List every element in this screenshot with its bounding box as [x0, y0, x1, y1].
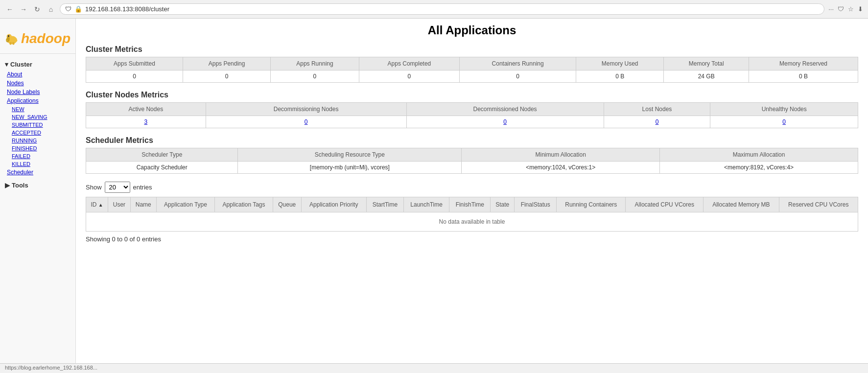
col-decommissioned-nodes: Decommissioned Nodes	[406, 103, 604, 116]
back-button[interactable]: ←	[5, 4, 15, 14]
col-reserved-cpu-vcores[interactable]: Reserved CPU VCores	[779, 197, 858, 212]
col-allocated-memory-mb[interactable]: Allocated Memory MB	[704, 197, 779, 212]
col-scheduling-resource-type: Scheduling Resource Type	[238, 148, 462, 162]
val-apps-completed: 0	[359, 70, 459, 83]
col-start-time[interactable]: StartTime	[366, 197, 403, 212]
download-icon[interactable]: ⬇	[858, 5, 863, 13]
col-apps-pending: Apps Pending	[183, 57, 270, 70]
col-application-tags[interactable]: Application Tags	[215, 197, 273, 212]
svg-point-4	[14, 40, 18, 42]
no-data-text: No data available in table	[86, 212, 858, 232]
val-scheduler-type: Capacity Scheduler	[86, 162, 238, 174]
no-data-row: No data available in table	[86, 212, 858, 232]
bookmark-icon[interactable]: 🛡	[838, 5, 844, 13]
cluster-nodes-metrics-table: Active Nodes Decommissioning Nodes Decom…	[86, 102, 858, 128]
svg-point-6	[12, 42, 15, 45]
star-icon[interactable]: ☆	[848, 5, 854, 13]
tools-label: Tools	[12, 182, 28, 189]
sidebar-item-failed[interactable]: FAILED	[0, 152, 75, 160]
sidebar-item-nodes[interactable]: Nodes	[0, 79, 75, 88]
col-user[interactable]: User	[108, 197, 130, 212]
applications-table-container: Show 10 20 50 100 entries ID ▲ User Name…	[86, 182, 858, 243]
cluster-nodes-metrics-section: Cluster Nodes Metrics Active Nodes Decom…	[86, 91, 858, 128]
col-allocated-cpu-vcores[interactable]: Allocated CPU VCores	[626, 197, 704, 212]
sidebar-tools-section: ▶ Tools	[0, 180, 75, 191]
scheduler-metrics-section: Scheduler Metrics Scheduler Type Schedul…	[86, 136, 858, 174]
col-lost-nodes: Lost Nodes	[604, 103, 710, 116]
sidebar-item-running[interactable]: RUNNING	[0, 137, 75, 144]
sidebar: hadoop ▾ Cluster About Nodes Node Labels…	[0, 19, 76, 373]
val-memory-reserved: 0 B	[749, 70, 858, 83]
val-decommissioned-nodes[interactable]: 0	[406, 116, 604, 128]
status-url: https://blog.earlerhome_192.168.168...	[5, 365, 97, 371]
svg-point-3	[8, 35, 9, 37]
col-unhealthy-nodes: Unhealthy Nodes	[710, 103, 858, 116]
sidebar-item-new-saving[interactable]: NEW_SAVING	[0, 113, 75, 121]
cluster-metrics-title: Cluster Metrics	[86, 45, 858, 54]
cluster-nodes-metrics-title: Cluster Nodes Metrics	[86, 91, 858, 99]
col-queue[interactable]: Queue	[273, 197, 301, 212]
sidebar-item-applications[interactable]: Applications	[0, 96, 75, 105]
val-apps-submitted: 0	[86, 70, 183, 83]
val-unhealthy-nodes[interactable]: 0	[710, 116, 858, 128]
val-scheduling-resource-type: [memory-mb (unit=Mi), vcores]	[238, 162, 462, 174]
val-lost-nodes[interactable]: 0	[604, 116, 710, 128]
reload-button[interactable]: ↻	[32, 4, 42, 14]
entries-select[interactable]: 10 20 50 100	[105, 182, 130, 193]
app-layout: hadoop ▾ Cluster About Nodes Node Labels…	[0, 19, 868, 373]
cluster-metrics-section: Cluster Metrics Apps Submitted Apps Pend…	[86, 45, 858, 83]
more-icon[interactable]: ···	[828, 5, 834, 13]
col-memory-used: Memory Used	[576, 57, 664, 70]
sidebar-item-scheduler[interactable]: Scheduler	[0, 168, 75, 177]
col-memory-reserved: Memory Reserved	[749, 57, 858, 70]
col-memory-total: Memory Total	[664, 57, 749, 70]
svg-point-2	[7, 36, 10, 42]
expand-icon: ▶	[5, 182, 10, 189]
sidebar-item-about[interactable]: About	[0, 70, 75, 79]
col-finish-time[interactable]: FinishTime	[449, 197, 491, 212]
forward-button[interactable]: →	[19, 4, 28, 14]
col-maximum-allocation: Maximum Allocation	[660, 148, 858, 162]
val-containers-running: 0	[460, 70, 576, 83]
val-minimum-allocation: <memory:1024, vCores:1>	[462, 162, 660, 174]
url-text: 192.168.168.133:8088/cluster	[85, 5, 169, 13]
sidebar-item-finished[interactable]: FINISHED	[0, 144, 75, 152]
val-active-nodes[interactable]: 3	[86, 116, 206, 128]
col-decommissioning-nodes: Decommissioning Nodes	[206, 103, 406, 116]
hadoop-elephant-icon	[5, 27, 19, 49]
sidebar-item-new[interactable]: NEW	[0, 105, 75, 113]
browser-chrome: ← → ↻ ⌂ 🛡 🔒 192.168.168.133:8088/cluster…	[0, 0, 868, 19]
col-containers-running: Containers Running	[460, 57, 576, 70]
cluster-section-header[interactable]: ▾ Cluster	[0, 59, 75, 70]
address-bar[interactable]: 🛡 🔒 192.168.168.133:8088/cluster	[60, 3, 824, 15]
col-active-nodes: Active Nodes	[86, 103, 206, 116]
col-launch-time[interactable]: LaunchTime	[404, 197, 449, 212]
col-application-priority[interactable]: Application Priority	[301, 197, 366, 212]
sidebar-item-killed[interactable]: KILLED	[0, 160, 75, 168]
val-apps-running: 0	[271, 70, 359, 83]
page-title: All Applications	[86, 23, 858, 37]
col-id[interactable]: ID ▲	[86, 197, 108, 212]
show-entries-control: Show 10 20 50 100 entries	[86, 182, 858, 193]
sidebar-item-submitted[interactable]: SUBMITTED	[0, 121, 75, 129]
main-content: All Applications Cluster Metrics Apps Su…	[76, 19, 868, 373]
cluster-metrics-table: Apps Submitted Apps Pending Apps Running…	[86, 57, 858, 83]
tools-section-header[interactable]: ▶ Tools	[0, 180, 75, 191]
sidebar-item-accepted[interactable]: ACCEPTED	[0, 129, 75, 137]
scheduler-metrics-title: Scheduler Metrics	[86, 136, 858, 145]
col-state[interactable]: State	[491, 197, 515, 212]
shield-icon: 🛡	[65, 5, 71, 13]
col-running-containers[interactable]: Running Containers	[557, 197, 626, 212]
col-minimum-allocation: Minimum Allocation	[462, 148, 660, 162]
sort-arrow-id: ▲	[98, 202, 103, 208]
home-button[interactable]: ⌂	[46, 4, 56, 14]
sidebar-item-node-labels[interactable]: Node Labels	[0, 88, 75, 96]
val-decommissioning-nodes[interactable]: 0	[206, 116, 406, 128]
col-apps-running: Apps Running	[271, 57, 359, 70]
browser-right-icons: ··· 🛡 ☆ ⬇	[828, 5, 863, 13]
col-application-type[interactable]: Application Type	[156, 197, 214, 212]
col-name[interactable]: Name	[130, 197, 156, 212]
show-label: Show	[86, 184, 102, 191]
hadoop-brand-text: hadoop	[21, 31, 70, 47]
col-final-status[interactable]: FinalStatus	[514, 197, 556, 212]
